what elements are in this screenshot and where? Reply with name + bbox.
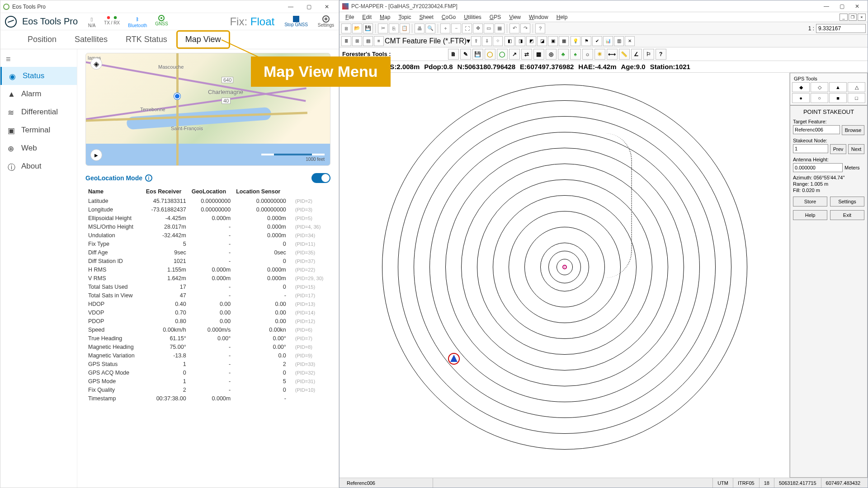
mdi-minimize[interactable]: _ <box>840 14 848 21</box>
forester-link-icon[interactable]: ⇄ <box>521 49 532 60</box>
mdi-close[interactable]: × <box>858 14 866 21</box>
pcm-maximize-button[interactable]: ▢ <box>834 0 849 12</box>
export-icon[interactable]: ⇪ <box>471 36 481 46</box>
stakeout-node-input[interactable] <box>793 144 828 153</box>
gps-tool-1[interactable]: ◆ <box>792 82 810 92</box>
map-layers-button[interactable]: ◈ <box>90 58 102 70</box>
list-icon[interactable]: ≣ <box>341 36 351 46</box>
prev-button[interactable]: Prev <box>830 144 846 154</box>
forester-marker-icon[interactable]: ⚐ <box>643 49 654 60</box>
forester-tree1-icon[interactable]: ♣ <box>558 49 569 60</box>
paste-icon[interactable]: 📋 <box>400 23 410 33</box>
gps-tool-7[interactable]: ■ <box>829 93 847 103</box>
grid-icon[interactable]: ▦ <box>495 23 505 33</box>
target-feature-input[interactable] <box>793 125 840 134</box>
tool-e-icon[interactable]: ▣ <box>548 36 558 46</box>
scale-input[interactable] <box>816 24 866 33</box>
sidebar-item-status[interactable]: ◉Status <box>0 67 77 85</box>
gps-tool-3[interactable]: ▲ <box>829 82 847 92</box>
info-icon[interactable]: i <box>145 174 152 182</box>
help-icon[interactable]: ? <box>535 23 545 33</box>
sidebar-item-web[interactable]: ⊕Web <box>0 139 77 157</box>
stakeout-settings-button[interactable]: Settings <box>830 197 864 206</box>
forester-circle-g-icon[interactable]: ◯ <box>497 49 508 60</box>
forester-grid-icon[interactable]: ▦ <box>533 49 544 60</box>
forester-edit-icon[interactable]: ✎ <box>460 49 471 60</box>
tab-position[interactable]: Position <box>19 30 66 49</box>
gps-tool-4[interactable]: △ <box>848 82 865 92</box>
forester-arrow-icon[interactable]: ↗ <box>509 49 520 60</box>
zoom-out-icon[interactable]: － <box>451 23 461 33</box>
forester-measure-icon[interactable]: ⟷ <box>607 49 618 60</box>
stop-gnss-button[interactable]: Stop GNSS <box>284 16 308 27</box>
feature-file-select[interactable]: CMT Feature File (*.FTR)▾ <box>385 37 470 45</box>
next-button[interactable]: Next <box>848 144 864 154</box>
sidebar-item-alarm[interactable]: ▲Alarm <box>0 85 77 103</box>
gps-tool-8[interactable]: □ <box>848 93 865 103</box>
gps-tool-6[interactable]: ○ <box>811 93 828 103</box>
menu-sheet[interactable]: Sheet <box>415 14 437 20</box>
bulb-icon[interactable]: 💡 <box>571 36 580 46</box>
tool-f-icon[interactable]: ▦ <box>559 36 569 46</box>
redo-icon[interactable]: ↷ <box>520 23 530 33</box>
menu-view[interactable]: View <box>505 14 525 20</box>
sidebar-item-differential[interactable]: ≋Differential <box>0 103 77 121</box>
cross-icon[interactable]: ✕ <box>625 36 635 46</box>
print-icon[interactable]: 🖶 <box>415 23 425 33</box>
gps-tool-2[interactable]: ◇ <box>811 82 828 92</box>
forester-help-icon[interactable]: ? <box>656 49 666 60</box>
hamburger-icon[interactable]: ≡ <box>0 52 77 67</box>
menu-map[interactable]: Map <box>376 14 394 20</box>
cut-icon[interactable]: ✂ <box>378 23 388 33</box>
forester-tree2-icon[interactable]: ♠ <box>570 49 581 60</box>
gps-tool-5[interactable]: ● <box>792 93 810 103</box>
pcm-minimize-button[interactable]: — <box>819 0 834 12</box>
flag-icon[interactable]: ⚑ <box>581 36 591 46</box>
menu-utilities[interactable]: Utilities <box>460 14 486 20</box>
sheet-icon[interactable]: ▥ <box>614 36 624 46</box>
menu-help[interactable]: Help <box>552 14 572 20</box>
forester-ruler-icon[interactable]: 📏 <box>619 49 630 60</box>
minimize-button[interactable]: — <box>282 0 300 13</box>
sidebar-item-terminal[interactable]: ▣Terminal <box>0 121 77 139</box>
undo-icon[interactable]: ↶ <box>509 23 519 33</box>
mdi-restore[interactable]: ❐ <box>849 14 857 21</box>
open-icon[interactable]: 📂 <box>352 23 362 33</box>
sidebar-item-about[interactable]: ⓘAbout <box>0 157 77 175</box>
forester-target-icon[interactable]: ◎ <box>546 49 557 60</box>
menu-cogo[interactable]: CoGo <box>438 14 460 20</box>
pcm-map-canvas[interactable] <box>340 73 790 478</box>
tool-d-icon[interactable]: ◪ <box>537 36 547 46</box>
exit-button[interactable]: Exit <box>830 210 864 220</box>
tab-rtk-status[interactable]: RTK Status <box>117 30 176 49</box>
pcm-close-button[interactable]: ✕ <box>849 0 865 12</box>
check-icon[interactable]: ✔ <box>592 36 602 46</box>
tool-c-icon[interactable]: ◩ <box>526 36 536 46</box>
zoom-fit-icon[interactable]: ⛶ <box>462 23 472 33</box>
copy-icon[interactable]: ⎘ <box>389 23 399 33</box>
map-play-button[interactable]: ▶ <box>90 149 102 161</box>
save-icon[interactable]: 💾 <box>363 23 373 33</box>
geolocation-mode-toggle[interactable] <box>311 173 330 183</box>
tree-icon[interactable]: ⊞ <box>352 36 362 46</box>
antenna-height-input[interactable] <box>793 163 843 172</box>
forester-sun-icon[interactable]: ☀ <box>594 49 605 60</box>
forester-save-icon[interactable]: 💾 <box>472 49 483 60</box>
menu-window[interactable]: Window <box>525 14 552 20</box>
tool-b-icon[interactable]: ◨ <box>515 36 525 46</box>
menu-file[interactable]: File <box>341 14 358 20</box>
forester-angle-icon[interactable]: ∠ <box>631 49 642 60</box>
forester-circle-y-icon[interactable]: ◯ <box>485 49 495 60</box>
browse-button[interactable]: Browse <box>842 125 864 135</box>
help-button[interactable]: Help <box>793 210 827 220</box>
new-icon[interactable]: 🗎 <box>341 23 351 33</box>
close-button[interactable]: ✕ <box>318 0 336 13</box>
maximize-button[interactable]: ▢ <box>300 0 318 13</box>
points-icon[interactable]: ⁘ <box>493 36 503 46</box>
rows-icon[interactable]: ≡ <box>374 36 384 46</box>
menu-edit[interactable]: Edit <box>358 14 376 20</box>
store-button[interactable]: Store <box>793 197 827 206</box>
settings-button[interactable]: Settings <box>318 15 334 28</box>
forester-new-icon[interactable]: 🗎 <box>448 49 459 60</box>
forester-orbit-icon[interactable]: ☼ <box>582 49 593 60</box>
